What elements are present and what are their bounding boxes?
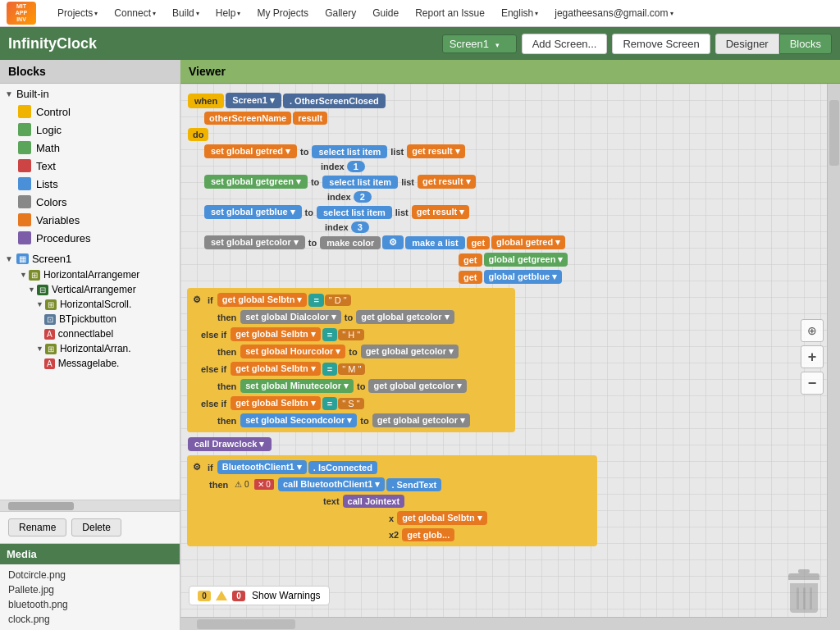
trash-line-1 — [797, 587, 799, 609]
text-label-bt: text — [321, 496, 342, 506]
center-button[interactable]: ⊕ — [801, 319, 824, 342]
sidebar-item-logic[interactable]: Logic — [13, 121, 180, 139]
nav-user[interactable]: jegatheesans@gmail.com▾ — [546, 0, 681, 27]
set-hourcolor: set global Hourcolor ▾ — [240, 345, 345, 358]
viewer-content[interactable]: when Screen1 ▾ . OtherScreenClosed other… — [180, 84, 840, 630]
zoom-in-button[interactable]: + — [801, 345, 824, 368]
collapse-icon: ▼ — [20, 271, 27, 279]
tree-message-label[interactable]: A Messagelabe. — [10, 356, 180, 371]
screen1-block: Screen1 ▾ — [226, 93, 281, 108]
trash-icon — [788, 569, 820, 610]
sidebar-item-colors[interactable]: Colors — [13, 193, 180, 211]
sidebar-item-text[interactable]: Text — [13, 157, 180, 175]
when-label: when — [188, 94, 224, 108]
scroll-thumb — [8, 502, 74, 510]
event-block-1[interactable]: when Screen1 ▾ . OtherScreenClosed other… — [187, 90, 597, 546]
sidebar-item-math[interactable]: Math — [13, 139, 180, 157]
btpick-label: BTpickbutton — [59, 313, 116, 325]
nav-english[interactable]: English▾ — [493, 0, 546, 27]
elseif-m-label: else if — [198, 364, 230, 374]
global-getgreen-block: global getgreen ▾ — [484, 253, 568, 267]
set-getgreen-group: set global getgreen ▾ to select list ite… — [203, 174, 597, 203]
eq-block-s: = — [322, 397, 337, 410]
nav-connect[interactable]: Connect▾ — [106, 0, 164, 27]
media-item-1[interactable]: Pallete.jpg — [8, 582, 171, 597]
view-toggle: Designer Blocks — [715, 34, 832, 54]
tree-h-scroll[interactable]: ▼ ⊞ HorizontalScroll. — [10, 297, 180, 312]
tree-v-arrange[interactable]: ▼ ⊟ VerticalArrangemer — [10, 282, 180, 297]
get-getcolor-3: get global getcolor ▾ — [368, 379, 466, 393]
then-bt-label: then — [206, 480, 231, 490]
nav-build[interactable]: Build▾ — [164, 0, 208, 27]
tree-btpick[interactable]: ⊡ BTpickbutton — [10, 312, 180, 326]
to-label: to — [298, 147, 311, 157]
set-getred-block: set global getred ▾ — [204, 144, 297, 158]
call-drawclock: call Drawclock ▾ — [188, 437, 272, 451]
designer-button[interactable]: Designer — [715, 34, 779, 54]
send-text-block: . SendText — [386, 478, 441, 491]
tree-h-arrange-1[interactable]: ▼ ⊞ HorizontalArrangemer — [10, 267, 180, 282]
colors-icon — [18, 195, 31, 208]
sidebar-item-procedures[interactable]: Procedures — [13, 229, 180, 247]
v-arrange-label: VerticalArrangemer — [52, 284, 136, 295]
nav-gallery[interactable]: Gallery — [317, 0, 364, 27]
lists-label: Lists — [36, 178, 58, 190]
zoom-controls: ⊕ + − — [801, 319, 824, 395]
get-getcolor-4: get global getcolor ▾ — [372, 413, 470, 427]
label-icon: A — [44, 329, 55, 340]
btn-icon: ⊡ — [44, 314, 56, 325]
tree-h-arrange-2[interactable]: ▼ ⊞ HorizontalArran. — [10, 341, 180, 356]
sidebar-item-variables[interactable]: Variables — [13, 211, 180, 229]
delete-button[interactable]: Delete — [71, 518, 121, 536]
sidebar-item-control[interactable]: Control — [13, 103, 180, 121]
sidebar-scroll-horizontal[interactable] — [0, 500, 180, 511]
sidebar-scroll[interactable]: ▼ Built-in Control Logic Math — [0, 84, 180, 500]
screen-selector[interactable]: Screen1 ▾ — [442, 34, 517, 53]
get-selbtn-final: get global Selbtn ▾ — [397, 511, 487, 525]
add-screen-button[interactable]: Add Screen... — [522, 34, 608, 54]
media-item-3[interactable]: clock.png — [8, 612, 171, 627]
builtin-toggle[interactable]: ▼ Built-in — [0, 85, 180, 103]
rename-button[interactable]: Rename — [8, 518, 66, 536]
do-label: do — [188, 128, 208, 141]
variables-icon — [18, 213, 31, 226]
get-getgreen-label: get — [459, 253, 482, 267]
media-item-2[interactable]: bluetooth.png — [8, 597, 171, 612]
remove-screen-button[interactable]: Remove Screen — [612, 34, 710, 54]
blocks-canvas[interactable]: when Screen1 ▾ . OtherScreenClosed other… — [180, 84, 827, 617]
then-h-label: then — [214, 347, 240, 357]
index-label: index — [318, 162, 347, 171]
show-warnings-button[interactable]: 0 0 Show Warnings — [189, 586, 330, 605]
zoom-out-button[interactable]: − — [801, 372, 824, 395]
app-logo: MITAPPINV — [7, 2, 39, 25]
if-label: if — [204, 295, 217, 305]
screen1-toggle[interactable]: ▼ ▦ Screen1 — [0, 250, 180, 267]
media-item-0[interactable]: Dotcircle.png — [8, 568, 171, 582]
num-3: 3 — [351, 221, 369, 233]
nav-my-projects[interactable]: My Projects — [249, 0, 317, 27]
sidebar-item-lists[interactable]: Lists — [13, 175, 180, 193]
tree-connect-label[interactable]: A connectlabel — [10, 326, 180, 341]
gear-icon: ⚙ — [189, 294, 204, 305]
get-getblue-label: get — [459, 271, 482, 284]
nav-projects[interactable]: Projects▾ — [49, 0, 106, 27]
if-chain: ⚙ if get global Selbtn ▾ = " D " then se… — [187, 288, 597, 433]
elseif-h-label: else if — [198, 330, 230, 340]
get-selbtn-m: get global Selbtn ▾ — [231, 362, 321, 376]
nav-report-issue[interactable]: Report an Issue — [407, 0, 493, 27]
trash-lines — [794, 587, 814, 609]
viewer-scroll-horizontal[interactable] — [180, 617, 827, 630]
text-icon — [18, 159, 31, 172]
nav-guide[interactable]: Guide — [364, 0, 407, 27]
viewer-scroll-vertical[interactable] — [827, 84, 840, 617]
get-selbtn-h: get global Selbtn ▾ — [231, 327, 321, 341]
app-title: InfinityClock — [8, 35, 429, 52]
then-m-label: then — [214, 381, 240, 391]
nav-help[interactable]: Help▾ — [208, 0, 249, 27]
blocks-button[interactable]: Blocks — [779, 34, 832, 54]
get-getred-block: get — [467, 236, 491, 249]
get-glob-final: get glob... — [402, 528, 454, 541]
screen-controls: Screen1 ▾ Add Screen... Remove Screen — [442, 34, 710, 54]
x-count: 0 — [232, 591, 245, 601]
index-label: index — [325, 192, 354, 202]
